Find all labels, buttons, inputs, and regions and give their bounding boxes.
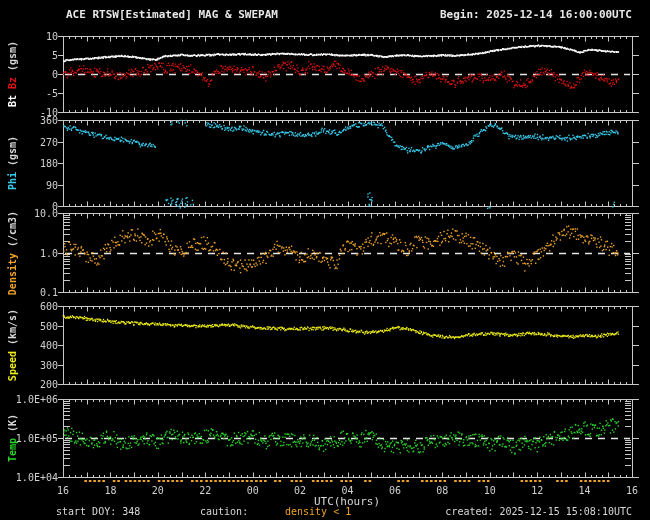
x-tick-label: 18 bbox=[97, 486, 123, 496]
x-tick-label: 10 bbox=[477, 486, 503, 496]
caution-value: density < 1 bbox=[285, 506, 351, 517]
caution-label: caution: bbox=[200, 506, 248, 517]
begin-timestamp: Begin: 2025-12-14 16:00:00UTC bbox=[440, 9, 632, 21]
y-tick-label: 1.0E+06 bbox=[0, 395, 58, 405]
y-axis-label-part: Phi bbox=[7, 172, 18, 190]
x-tick-label: 16 bbox=[619, 486, 645, 496]
y-axis-label-bt-bz: Bt Bz (gsm) bbox=[8, 41, 18, 107]
y-axis-label-part: (km/s) bbox=[7, 309, 18, 351]
y-tick-label: 1.0E+04 bbox=[0, 473, 58, 483]
ace-rtsw-plot: ACE RTSW[Estimated] MAG & SWEPAM Begin: … bbox=[0, 0, 650, 520]
start-doy-label: start DOY: 348 bbox=[56, 506, 140, 517]
x-tick-label: 06 bbox=[382, 486, 408, 496]
y-axis-label-part: Bz bbox=[7, 77, 18, 89]
y-axis-label-phi: Phi (gsm) bbox=[8, 136, 18, 190]
plot-title: ACE RTSW[Estimated] MAG & SWEPAM bbox=[66, 9, 278, 21]
created-timestamp: created: 2025-12-15 15:08:10UTC bbox=[445, 506, 632, 517]
y-axis-label-part: (K) bbox=[7, 414, 18, 438]
x-tick-label: 00 bbox=[240, 486, 266, 496]
y-axis-label-part: (gsm) bbox=[7, 41, 18, 77]
y-axis-label-part: Bt bbox=[7, 89, 18, 107]
y-axis-label-density: Density (/cm3) bbox=[8, 210, 18, 294]
x-tick-label: 12 bbox=[524, 486, 550, 496]
y-axis-label-part: (/cm3) bbox=[7, 210, 18, 252]
y-axis-label-temp: Temp (K) bbox=[8, 414, 18, 462]
x-tick-label: 22 bbox=[192, 486, 218, 496]
x-tick-label: 16 bbox=[50, 486, 76, 496]
y-axis-label-part: (gsm) bbox=[7, 136, 18, 172]
y-axis-label-speed: Speed (km/s) bbox=[8, 309, 18, 381]
y-axis-label-part: Speed bbox=[7, 351, 18, 381]
x-tick-label: 02 bbox=[287, 486, 313, 496]
x-tick-label: 14 bbox=[572, 486, 598, 496]
chart-canvas bbox=[0, 0, 650, 520]
x-tick-label: 20 bbox=[145, 486, 171, 496]
x-tick-label: 08 bbox=[429, 486, 455, 496]
y-axis-label-part: Temp bbox=[7, 438, 18, 462]
y-axis-label-part: Density bbox=[7, 253, 18, 295]
y-tick-label: 360 bbox=[0, 116, 58, 126]
